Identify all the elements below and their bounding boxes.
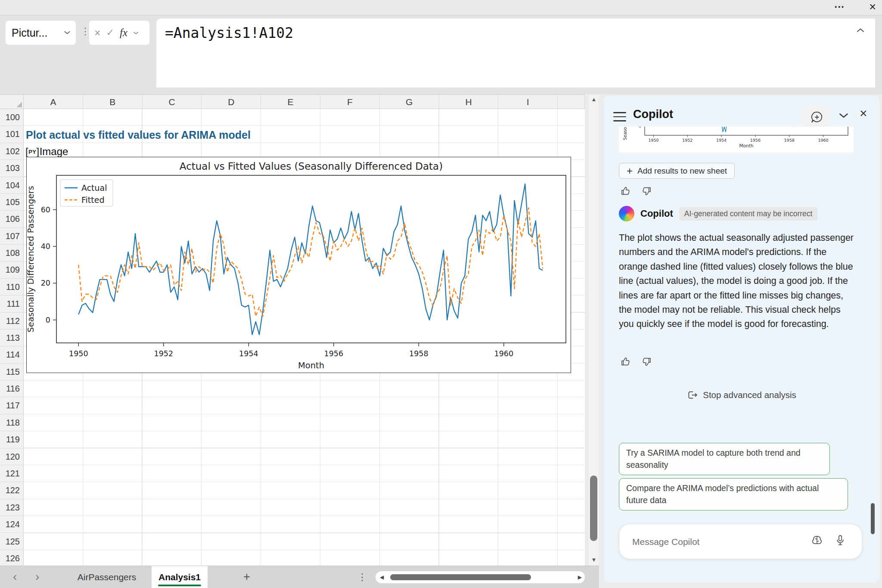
svg-text:1960: 1960 bbox=[494, 349, 514, 358]
scroll-down-icon[interactable]: ▼ bbox=[588, 557, 599, 563]
svg-text:1958: 1958 bbox=[784, 138, 795, 143]
row-header-112[interactable]: 112 bbox=[0, 313, 24, 330]
column-header-I[interactable]: I bbox=[498, 95, 558, 109]
column-header-D[interactable]: D bbox=[202, 95, 261, 109]
add-results-button[interactable]: + Add results to new sheet bbox=[619, 163, 735, 179]
column-header-G[interactable]: G bbox=[380, 95, 439, 109]
row-header-105[interactable]: 105 bbox=[0, 194, 24, 211]
new-chat-button[interactable] bbox=[805, 105, 829, 129]
sheet-menu-dots-icon[interactable]: ⋮ bbox=[357, 566, 367, 588]
column-header-C[interactable]: C bbox=[143, 95, 202, 109]
cancel-icon[interactable]: × bbox=[94, 27, 101, 39]
column-header-F[interactable]: F bbox=[320, 95, 380, 109]
svg-text:60: 60 bbox=[41, 205, 50, 214]
row-header-104[interactable]: 104 bbox=[0, 177, 24, 194]
window-close-icon[interactable]: × bbox=[869, 0, 876, 14]
row-header-114[interactable]: 114 bbox=[0, 346, 24, 363]
column-header-partial[interactable] bbox=[558, 95, 585, 109]
row-header-100[interactable]: 100 bbox=[0, 109, 24, 126]
row-header-125[interactable]: 125 bbox=[0, 533, 24, 550]
y-axis-label: Seasonally Differenced Passengers bbox=[27, 186, 36, 332]
enter-icon[interactable]: ✓ bbox=[106, 27, 114, 38]
row-header-113[interactable]: 113 bbox=[0, 330, 24, 346]
more-options-icon[interactable]: ••• bbox=[835, 3, 845, 10]
scroll-left-icon[interactable]: ◀ bbox=[380, 571, 384, 583]
suggestion-chip-sarima[interactable]: Try a SARIMA model to capture both trend… bbox=[619, 443, 830, 475]
formula-text[interactable]: =Analysis1!A102 bbox=[165, 25, 293, 41]
vertical-scrollbar[interactable]: ▲ ▼ bbox=[588, 94, 599, 566]
insert-function-icon[interactable]: fx bbox=[120, 27, 127, 39]
column-header-E[interactable]: E bbox=[261, 95, 320, 109]
add-sheet-icon[interactable]: + bbox=[237, 566, 257, 588]
suggestion-chip-compare[interactable]: Compare the ARIMA model’s predictions wi… bbox=[619, 478, 848, 510]
copilot-name: Copilot bbox=[640, 208, 673, 219]
x-axis-label: Month bbox=[298, 361, 324, 370]
message-input-container bbox=[619, 524, 862, 559]
column-header-H[interactable]: H bbox=[439, 95, 499, 109]
copilot-attribution: Copilot AI-generated content may be inco… bbox=[619, 206, 817, 221]
row-header-115[interactable]: 115 bbox=[0, 364, 24, 380]
row-header-118[interactable]: 118 bbox=[0, 414, 24, 431]
sheet-tab-label: Analysis1 bbox=[158, 572, 201, 582]
thumbs-up-icon[interactable] bbox=[620, 356, 632, 367]
name-box[interactable]: Pictur... bbox=[6, 21, 76, 45]
scroll-up-icon[interactable]: ▲ bbox=[588, 96, 599, 103]
column-header-A[interactable]: A bbox=[24, 95, 83, 109]
svg-text:1952: 1952 bbox=[682, 138, 693, 143]
thumbs-up-icon[interactable] bbox=[620, 185, 632, 197]
formula-bar[interactable]: =Analysis1!A102 bbox=[156, 19, 875, 87]
cell-A101-text[interactable]: Plot actual vs fitted values for ARIMA m… bbox=[26, 126, 251, 143]
sheet-tab-analysis1[interactable]: Analysis1 bbox=[152, 566, 208, 588]
menu-hamburger-icon[interactable] bbox=[613, 112, 626, 124]
row-header-103[interactable]: 103 bbox=[0, 160, 24, 177]
row-header-120[interactable]: 120 bbox=[0, 448, 24, 465]
row-header-123[interactable]: 123 bbox=[0, 499, 24, 516]
svg-text:1956: 1956 bbox=[750, 138, 761, 143]
scroll-right-icon[interactable]: ▶ bbox=[578, 571, 582, 583]
row-header-126[interactable]: 126 bbox=[0, 550, 24, 566]
column-header-B[interactable]: B bbox=[83, 95, 143, 109]
row-header-116[interactable]: 116 bbox=[0, 380, 24, 397]
thumbs-down-icon[interactable] bbox=[640, 185, 652, 197]
name-box-menu-dots-icon[interactable]: ⋮ bbox=[81, 26, 90, 37]
collapse-formula-bar-icon[interactable] bbox=[856, 27, 865, 35]
stop-advanced-analysis-button[interactable]: Stop advanced analysis bbox=[604, 389, 879, 401]
panel-close-icon[interactable]: × bbox=[860, 106, 867, 121]
select-all-triangle-icon bbox=[16, 102, 22, 107]
row-header-107[interactable]: 107 bbox=[0, 228, 24, 245]
select-all-corner[interactable] bbox=[0, 95, 24, 109]
message-input[interactable] bbox=[631, 524, 797, 560]
copilot-panel-title: Copilot bbox=[633, 108, 673, 121]
panel-scrollbar-thumb[interactable] bbox=[871, 503, 875, 534]
thumbs-down-icon[interactable] bbox=[640, 356, 652, 367]
panel-chevron-down-icon[interactable] bbox=[838, 112, 849, 121]
active-tab-underline bbox=[158, 585, 201, 587]
row-header-106[interactable]: 106 bbox=[0, 211, 24, 227]
row-header-102[interactable]: 102 bbox=[0, 143, 24, 160]
row-header-117[interactable]: 117 bbox=[0, 397, 24, 414]
row-header-121[interactable]: 121 bbox=[0, 465, 24, 482]
svg-text:40: 40 bbox=[41, 242, 50, 251]
sheet-tab-bar: ‹ › AirPassengers Analysis1 + ⋮ ◀ ▶ bbox=[0, 566, 599, 588]
stop-label: Stop advanced analysis bbox=[703, 390, 796, 400]
row-header-101[interactable]: 101 bbox=[0, 126, 24, 143]
row-header-122[interactable]: 122 bbox=[0, 482, 24, 499]
next-sheet-icon[interactable]: › bbox=[35, 566, 39, 588]
microphone-icon[interactable] bbox=[833, 534, 847, 549]
row-header-111[interactable]: 111 bbox=[0, 296, 24, 312]
chevron-down-icon[interactable] bbox=[133, 29, 139, 37]
embedded-chart-image[interactable]: Actual vs Fitted Values (Seasonally Diff… bbox=[26, 157, 571, 373]
new-chat-bubble-plus-icon bbox=[810, 110, 824, 124]
row-header-124[interactable]: 124 bbox=[0, 516, 24, 533]
sheet-tab-airpassengers[interactable]: AirPassengers bbox=[65, 566, 149, 588]
vertical-scrollbar-thumb[interactable] bbox=[590, 476, 597, 541]
row-header-119[interactable]: 119 bbox=[0, 431, 24, 448]
advanced-analysis-brain-icon[interactable] bbox=[810, 535, 824, 548]
row-header-109[interactable]: 109 bbox=[0, 261, 24, 278]
horizontal-scrollbar[interactable]: ◀ ▶ bbox=[376, 571, 585, 583]
row-header-110[interactable]: 110 bbox=[0, 279, 24, 296]
horizontal-scrollbar-thumb[interactable] bbox=[390, 574, 531, 580]
svg-text:1950: 1950 bbox=[69, 349, 88, 358]
prev-sheet-icon[interactable]: ‹ bbox=[13, 566, 17, 588]
row-header-108[interactable]: 108 bbox=[0, 245, 24, 261]
